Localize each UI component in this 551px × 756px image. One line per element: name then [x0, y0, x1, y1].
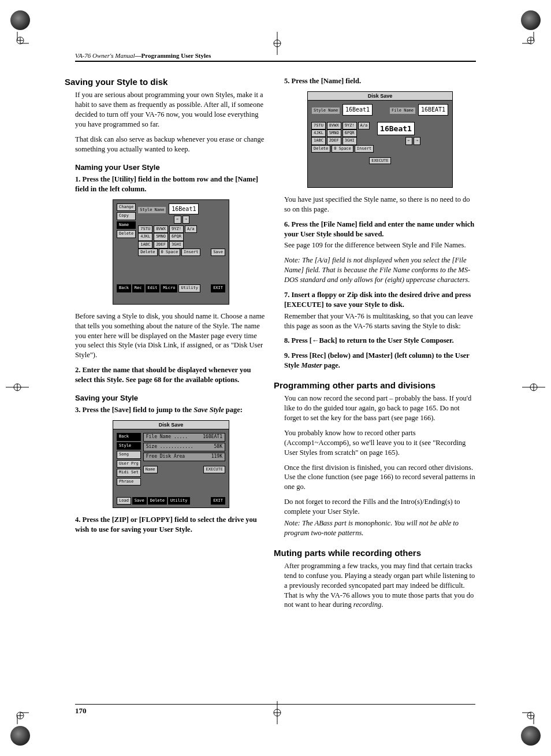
side-button: Change — [117, 203, 136, 211]
crop-mark — [6, 32, 29, 55]
corner-ornament-bl — [10, 726, 30, 746]
step-8: 8. Press [←Back] to return to the User S… — [284, 336, 476, 346]
heading-naming-user-style: Naming your User Style — [75, 162, 267, 173]
save-button: Save — [211, 249, 225, 256]
crop-mark — [266, 32, 289, 55]
keypad-key: 9YZ! — [342, 122, 357, 129]
style-name-value: 16Beat1 — [169, 203, 199, 215]
keypad-key: 0 Space — [159, 249, 181, 256]
keypad-key: 5MNO — [327, 129, 341, 137]
body-text: Once the first division is finished, you… — [284, 463, 476, 492]
screenshot-disk-save-name: Disk Save Style Name 16Beat1 File Name 1… — [307, 91, 453, 188]
bottom-button: Utility — [168, 497, 190, 505]
step-7: 7. Insert a floppy or Zip disk into the … — [284, 290, 476, 310]
arrow-left-icon: ← — [405, 137, 412, 144]
back-button: Back — [117, 433, 141, 440]
exit-button: EXIT — [211, 284, 225, 292]
side-button: Style — [117, 442, 141, 450]
heading-programming-other-parts: Programming other parts and divisions — [274, 380, 476, 391]
keypad-key: Insert — [355, 145, 374, 153]
arrow-left-icon: ← — [174, 216, 181, 223]
step-4: 4. Press the [ZIP] or [FLOPPY] field to … — [75, 515, 267, 535]
style-name-label: Style Name — [312, 108, 340, 114]
bottom-button: Micro — [161, 284, 177, 292]
crop-mark — [522, 701, 545, 724]
keypad-key: 1ABC — [138, 241, 152, 249]
arrow-right-icon: → — [414, 137, 420, 144]
bottom-button: Load — [117, 497, 131, 505]
side-button: Name — [117, 221, 136, 229]
body-text: You probably know how to record other pa… — [284, 428, 476, 458]
info-row: Size ............58K — [143, 443, 225, 451]
note-text: Note: The [A/a] field is not displayed w… — [284, 255, 476, 285]
arrow-right-icon: → — [183, 216, 189, 223]
keypad-key: 8VWX — [154, 225, 168, 233]
file-name-value: 16BEAT1 — [418, 104, 448, 116]
keypad-key: 2DEF — [327, 137, 341, 144]
heading-saving-style-to-disk: Saving your Style to disk — [65, 76, 267, 88]
step-3: 3. Press the [Save] field to jump to the… — [75, 405, 267, 415]
step-1: 1. Press the [Utility] field in the bott… — [75, 175, 267, 194]
crop-mark — [522, 32, 545, 55]
step-2: 2. Enter the name that should be display… — [75, 365, 267, 385]
side-button: Delete — [117, 230, 136, 238]
keypad-key: 3GHI — [169, 241, 184, 249]
keypad-key: 8VWX — [327, 122, 341, 129]
manual-title: VA-76 Owner's Manual — [75, 52, 135, 59]
heading-saving-your-style: Saving your Style — [75, 393, 267, 403]
execute-button: EXECUTE — [203, 466, 225, 473]
case-toggle: A/a — [185, 225, 197, 233]
heading-muting-parts: Muting parts while recording others — [274, 547, 476, 559]
keypad-key: 4JKL — [311, 129, 326, 137]
right-column: 5. Press the [Name] field. Disk Save Sty… — [284, 76, 476, 615]
side-button: Midi Set — [117, 469, 141, 476]
execute-button: EXECUTE — [369, 157, 391, 164]
keypad-key: 3GHI — [342, 137, 357, 144]
keypad-key: 7STU — [138, 225, 152, 233]
body-text: Remember that your VA-76 is multitasking… — [284, 312, 476, 331]
body-text: See page 109 for the difference between … — [284, 240, 476, 250]
side-button: Phrase — [117, 478, 141, 486]
keypad-key: 6PQR — [342, 129, 357, 137]
left-column: Saving your Style to disk If you are ser… — [75, 76, 267, 615]
keypad-key: Delete — [311, 145, 330, 153]
keypad-key: 7STU — [311, 122, 326, 129]
keypad-key: Delete — [138, 249, 157, 256]
info-row: Free Disk Area119K — [143, 453, 225, 461]
side-button: User Prg — [117, 460, 141, 468]
step-5: 5. Press the [Name] field. — [284, 76, 476, 86]
crop-mark — [522, 376, 545, 399]
keypad-key: 9YZ! — [169, 225, 184, 233]
screen-title: Disk Save — [113, 421, 229, 429]
bottom-button: Utility — [178, 284, 200, 292]
body-text: If you are serious about programming you… — [75, 90, 267, 129]
screenshot-disk-save: Disk Save Back Style Song User Prg Midi … — [113, 420, 229, 508]
corner-ornament-tr — [521, 10, 541, 30]
case-toggle: A/a — [358, 122, 370, 129]
content-columns: Saving your Style to disk If you are ser… — [75, 76, 476, 615]
section-title: —Programming User Styles — [135, 52, 211, 59]
side-button: Song — [117, 451, 141, 458]
bottom-button: Save — [132, 497, 147, 505]
step-9: 9. Press [Rec] (below) and [Master] (lef… — [284, 351, 476, 370]
body-text: You have just specified the Style name, … — [284, 195, 476, 214]
keypad-key: 1ABC — [311, 137, 326, 144]
keypad-key: 4JKL — [138, 233, 152, 240]
keypad-key: 2DEF — [154, 241, 168, 249]
page-number: 170 — [75, 704, 475, 716]
step-6: 6. Press the [File Name] field and enter… — [284, 220, 476, 239]
bottom-button: Delete — [148, 497, 167, 505]
bottom-button: Rec — [132, 284, 144, 292]
crop-mark — [6, 376, 29, 399]
crop-mark — [6, 701, 29, 724]
bottom-button: Back — [117, 284, 131, 292]
body-text: Before saving a Style to disk, you shoul… — [75, 312, 267, 360]
keypad-key: 6PQR — [169, 233, 184, 240]
body-text: After programming a few tracks, you may … — [284, 561, 476, 610]
file-name-label: File Name — [390, 108, 415, 114]
keypad-key: 5MNO — [154, 233, 168, 240]
name-button: Name — [143, 466, 158, 473]
exit-button: EXIT — [211, 497, 225, 505]
keypad-key: 0 Space — [332, 145, 353, 153]
body-text: Do not forget to record the Fills and th… — [284, 497, 476, 517]
